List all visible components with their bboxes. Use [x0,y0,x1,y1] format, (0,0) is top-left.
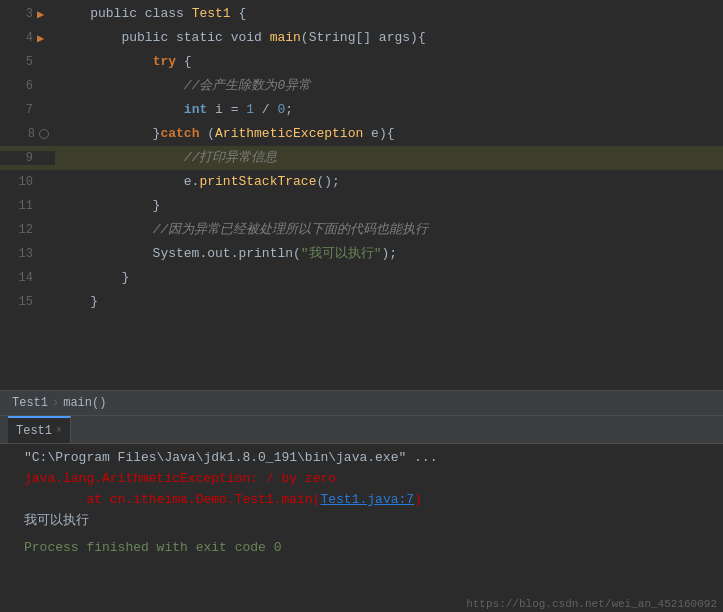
line-number: 6 [17,79,33,93]
breadcrumb-sep: › [52,396,59,410]
code-token: (String[] args){ [301,30,426,45]
line-number: 11 [17,199,33,213]
code-line: 15 } [0,290,723,314]
console-text-link[interactable]: Test1.java:7 [320,490,414,510]
line-content: public static void main(String[] args){ [55,26,723,50]
console-line-error2: at cn.itheima.Demo.Test1.main(Test1.java… [8,490,715,510]
code-token: System. [59,246,207,261]
breadcrumb-method: main() [63,396,106,410]
code-line: 11 } [0,194,723,218]
line-number: 10 [17,175,33,189]
line-gutter: 13 [0,247,55,261]
code-token: e){ [363,126,394,141]
line-gutter: 7 [0,103,55,117]
console-text-paren: ) [414,490,422,510]
line-content: //打印异常信息 [55,146,723,170]
console-text-at: at cn.itheima.Demo.Test1.main( [24,490,320,510]
console-line-error1: java.lang.ArithmeticException: / by zero [8,469,715,489]
line-content: } [55,194,723,218]
code-token: ( [199,126,215,141]
run-arrow-icon: ▶ [37,7,49,22]
code-token [59,102,184,117]
console-text-error: java.lang.ArithmeticException: / by zero [24,469,336,489]
code-line: 4▶ public static void main(String[] args… [0,26,723,50]
line-content: try { [55,50,723,74]
line-content: int i = 1 / 0; [55,98,723,122]
line-content: System.out.println("我可以执行"); [55,242,723,266]
console-tabs: Test1 × [0,416,723,444]
code-token: Test1 [192,6,231,21]
code-token: int [184,102,207,117]
code-token: public class [59,6,192,21]
line-gutter: 8 [0,127,55,141]
line-number: 8 [19,127,35,141]
run-arrow-icon: ▶ [37,31,49,46]
line-gutter: 3▶ [0,7,55,22]
line-content: } [55,266,723,290]
code-line: 12 //因为异常已经被处理所以下面的代码也能执行 [0,218,723,242]
code-token: ); [381,246,397,261]
code-token: (); [316,174,339,189]
line-gutter: 14 [0,271,55,285]
code-token: "我可以执行" [301,246,382,261]
code-line: 10 e.printStackTrace(); [0,170,723,194]
code-token: ArithmeticException [215,126,363,141]
breadcrumb-bar: Test1 › main() [0,390,723,416]
code-token: } [59,270,129,285]
line-number: 3 [17,7,33,21]
code-token [59,54,153,69]
console-line-cmd: "C:\Program Files\Java\jdk1.8.0_191\bin\… [8,448,715,468]
code-token: } [59,126,160,141]
line-content: } [55,290,723,314]
line-content: //因为异常已经被处理所以下面的代码也能执行 [55,218,723,242]
code-token: { [231,6,247,21]
code-token: } [59,294,98,309]
line-content: e.printStackTrace(); [55,170,723,194]
code-editor: 3▶ public class Test1 {4▶ public static … [0,0,723,390]
line-gutter: 5 [0,55,55,69]
line-number: 13 [17,247,33,261]
debug-marker [39,129,49,139]
line-number: 12 [17,223,33,237]
line-number: 15 [17,295,33,309]
line-number: 4 [17,31,33,45]
code-line: 6 //会产生除数为0异常 [0,74,723,98]
line-content: //会产生除数为0异常 [55,74,723,98]
code-token: try [153,54,176,69]
code-line: 3▶ public class Test1 { [0,2,723,26]
console-tab-test1[interactable]: Test1 × [8,416,71,443]
code-line: 13 System.out.println("我可以执行"); [0,242,723,266]
console-text-output: 我可以执行 [24,511,89,531]
code-token: catch [160,126,199,141]
code-token: //打印异常信息 [184,150,278,165]
code-token: //因为异常已经被处理所以下面的代码也能执行 [153,222,429,237]
code-token: public static void [59,30,270,45]
code-token: //会产生除数为0异常 [184,78,311,93]
line-content: }catch (ArithmeticException e){ [55,122,723,146]
code-line: 7 int i = 1 / 0; [0,98,723,122]
console-content: "C:\Program Files\Java\jdk1.8.0_191\bin\… [0,444,723,612]
console-tab-close[interactable]: × [56,425,62,436]
console-line-output: 我可以执行 [8,511,715,531]
console-text-cmd: "C:\Program Files\Java\jdk1.8.0_191\bin\… [24,448,437,468]
line-number: 5 [17,55,33,69]
line-gutter: 4▶ [0,31,55,46]
code-token: / [254,102,277,117]
code-token: } [59,198,160,213]
code-token: printStackTrace [199,174,316,189]
breadcrumb-class: Test1 [12,396,48,410]
console-tab-label: Test1 [16,424,52,438]
code-token: main [270,30,301,45]
code-token: { [176,54,192,69]
console-url: https://blog.csdn.net/wei_an_452160092 [460,596,723,612]
line-content: public class Test1 { [55,2,723,26]
process-finished-line: Process finished with exit code 0 [8,538,715,558]
code-lines: 3▶ public class Test1 {4▶ public static … [0,0,723,314]
code-token [59,222,153,237]
code-line: 8 }catch (ArithmeticException e){ [0,122,723,146]
line-gutter: 15 [0,295,55,309]
console-area: Test1 × "C:\Program Files\Java\jdk1.8.0_… [0,416,723,612]
line-gutter: 10 [0,175,55,189]
line-number: 14 [17,271,33,285]
code-token: out [207,246,230,261]
